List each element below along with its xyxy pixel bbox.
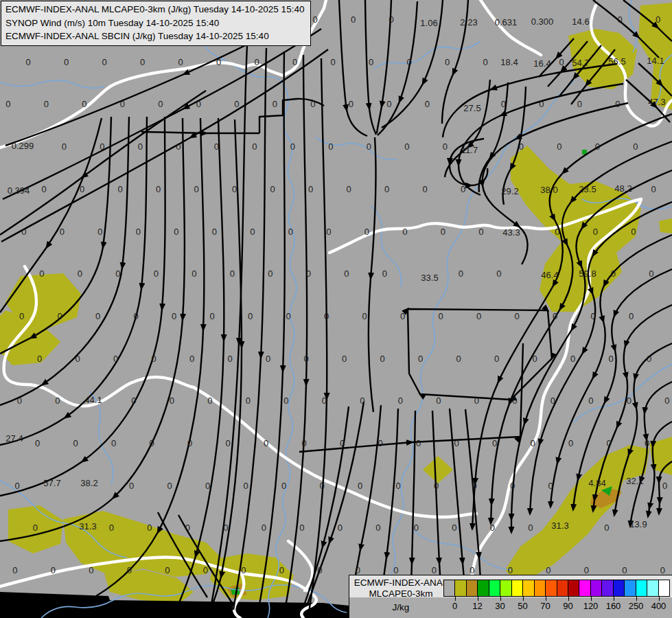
grid-zero-label: 0 [308, 183, 313, 194]
grid-zero-label: 0 [55, 396, 60, 406]
grid-zero-label: 0 [404, 141, 409, 152]
grid-zero-label: 0 [82, 99, 86, 109]
grid-zero-label: 0 [15, 480, 20, 490]
title-line-synop-wind: SYNOP Wind (m/s) 10m Tuesday 14-10-2025 … [5, 16, 306, 30]
legend-tick-mark [659, 596, 660, 601]
grid-zero-label: 0 [588, 396, 593, 406]
grid-zero-label: 0 [633, 141, 638, 152]
legend-tick-label: 120 [583, 601, 599, 611]
legend-swatch [454, 580, 465, 596]
grid-zero-label: 0 [57, 310, 62, 321]
grid-zero-label: 0 [241, 565, 246, 575]
analysis-value-label: 16.4 [533, 58, 551, 69]
grid-zero-label: 0 [102, 56, 107, 67]
title-line-mlcape: ECMWF-INDEX-ANAL MLCAPE0-3km (J/kg) Tues… [5, 3, 306, 16]
analysis-value-label: 0.631 [495, 17, 518, 27]
grid-zero-label: 0 [214, 141, 219, 152]
grid-zero-label: 0 [664, 396, 669, 406]
legend-tick-label: 250 [629, 601, 644, 611]
grid-zero-label: 0 [508, 565, 513, 575]
grid-zero-label: 0 [185, 523, 190, 533]
grid-zero-label: 0 [512, 396, 517, 406]
grid-zero-label: 0 [322, 396, 327, 406]
grid-zero-label: 0 [382, 268, 387, 279]
grid-zero-label: 0 [631, 226, 636, 236]
grid-zero-label: 0 [192, 268, 196, 279]
legend-swatch [489, 580, 500, 596]
grid-zero-label: 0 [364, 226, 369, 236]
legend-tick-mark [636, 596, 637, 601]
grid-zero-label: 0 [115, 268, 120, 279]
legend-swatch [477, 580, 488, 596]
grid-zero-label: 0 [283, 396, 288, 406]
analysis-value-label: 11.7 [461, 145, 478, 155]
grid-zero-label: 0 [478, 226, 483, 236]
grid-zero-label: 0 [73, 438, 78, 448]
grid-zero-label: 0 [432, 565, 437, 575]
legend-tick-label: 12 [472, 601, 482, 611]
analysis-value-label: 4.84 [588, 478, 605, 488]
grid-zero-label: 0 [250, 226, 255, 236]
grid-zero-label: 0 [539, 99, 544, 109]
grid-zero-label: 0 [304, 353, 309, 363]
legend-unit: J/kg [354, 602, 448, 613]
weather-map-screen: 0000000000000000000000000000000000000000… [0, 0, 672, 618]
grid-zero-label: 0 [570, 353, 575, 363]
grid-zero-label: 0 [533, 353, 537, 363]
legend-swatch [579, 580, 590, 596]
grid-zero-label: 0 [133, 310, 138, 321]
grid-zero-label: 0 [194, 183, 198, 194]
grid-zero-label: 0 [158, 99, 163, 109]
analysis-value-label: 0.299 [12, 141, 34, 151]
analysis-value-label: 23.5 [579, 184, 596, 194]
grid-zero-label: 0 [615, 99, 620, 109]
grid-zero-label: 0 [320, 480, 325, 490]
legend-tick-label: 90 [563, 601, 572, 611]
grid-zero-label: 0 [510, 480, 515, 490]
grid-zero-label: 0 [89, 565, 93, 575]
grid-zero-label: 0 [60, 226, 65, 236]
grid-zero-label: 0 [328, 141, 333, 152]
grid-zero-label: 0 [262, 523, 266, 533]
legend-tick-mark [478, 596, 478, 601]
grid-zero-label: 0 [216, 56, 221, 67]
grid-zero-label: 0 [351, 14, 356, 25]
grid-zero-label: 0 [557, 141, 561, 152]
grid-zero-label: 0 [189, 353, 194, 363]
grid-zero-label: 0 [514, 310, 519, 321]
grid-zero-label: 0 [212, 226, 217, 236]
grid-zero-label: 0 [113, 353, 118, 363]
grid-zero-label: 0 [400, 310, 405, 321]
legend-tick-label: 50 [518, 601, 527, 611]
grid-zero-label: 0 [324, 310, 329, 321]
grid-zero-label: 0 [492, 438, 497, 448]
grid-zero-label: 0 [228, 353, 233, 363]
grid-zero-label: 0 [496, 268, 501, 279]
analysis-value-label: 32.1 [626, 476, 643, 486]
grid-zero-label: 0 [494, 353, 499, 363]
grid-zero-label: 0 [617, 14, 622, 25]
legend-tick-mark [591, 596, 592, 601]
grid-zero-label: 0 [338, 523, 343, 533]
grid-zero-label: 0 [402, 226, 407, 236]
grid-zero-label: 0 [416, 438, 421, 448]
grid-zero-label: 0 [445, 56, 450, 67]
analysis-value-label: 57.7 [43, 478, 60, 488]
grid-zero-label: 0 [136, 226, 141, 236]
grid-zero-label: 0 [138, 141, 143, 152]
grid-zero-label: 0 [156, 183, 161, 194]
legend-tick-label: 400 [651, 601, 667, 611]
legend-swatch [511, 580, 522, 596]
grid-zero-label: 0 [288, 226, 293, 236]
grid-zero-label: 0 [651, 183, 656, 194]
legend-tick-mark [523, 596, 524, 601]
title-line-sbcin: ECMWF-INDEX-ANAL SBCIN (J/kg) Tuesday 14… [5, 30, 306, 43]
grid-zero-label: 0 [33, 523, 38, 533]
grid-zero-label: 0 [120, 99, 125, 109]
legend-tick-mark [614, 596, 614, 601]
grid-zero-label: 0 [174, 226, 178, 236]
legend-title: ECMWF-INDEX-ANAL MLCAPE0-3km [354, 577, 448, 599]
cape-legend: ECMWF-INDEX-ANAL MLCAPE0-3km J/kg 012305… [349, 575, 672, 618]
analysis-value-label: 31.3 [551, 520, 568, 531]
analysis-value-label: 14.6 [572, 16, 589, 27]
